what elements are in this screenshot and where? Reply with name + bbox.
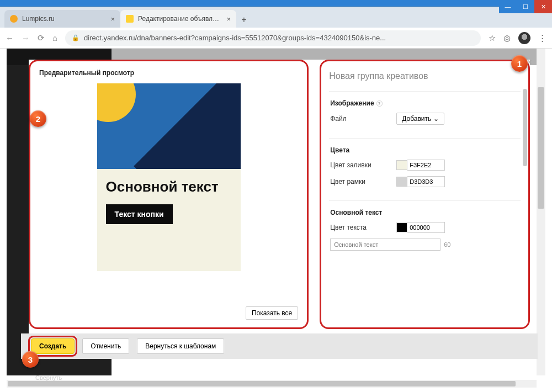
annotation-badge-3: 3 — [22, 351, 39, 368]
window-maximize-button[interactable]: ☐ — [517, 0, 534, 13]
section-image: Изображение ? Файл Добавить ⌄ — [329, 91, 521, 138]
nav-reload-icon[interactable]: ⟳ — [38, 33, 45, 43]
chevron-down-icon: ⌄ — [433, 115, 439, 123]
back-to-templates-button[interactable]: Вернуться к шаблонам — [137, 338, 224, 354]
nav-forward-icon[interactable]: → — [22, 33, 30, 43]
window-titlebar — [0, 0, 552, 7]
nav-home-icon[interactable]: ⌂ — [52, 33, 57, 43]
settings-scroll-thumb[interactable] — [523, 89, 527, 166]
window-close-button[interactable]: ✕ — [534, 0, 552, 13]
page-vertical-scroll-thumb[interactable] — [538, 87, 544, 209]
browser-menu-icon[interactable]: ⋮ — [538, 33, 546, 43]
window-minimize-button[interactable]: — — [499, 0, 517, 13]
banner-sun-shape — [97, 83, 136, 122]
annotation-badge-2: 2 — [30, 110, 46, 127]
extension-icon[interactable]: ◎ — [503, 33, 511, 43]
banner-main-text: Основной текст — [106, 179, 232, 195]
section-main-text: Основной текст Цвет текста 60 — [329, 200, 521, 264]
banner-preview: Основной текст Текст кнопки — [97, 83, 241, 271]
browser-address-bar: ← → ⟳ ⌂ 🔒 direct.yandex.ru/dna/banners-e… — [0, 28, 552, 49]
action-bar: Создать Отменить Вернуться к шаблонам — [21, 333, 538, 359]
char-limit: 60 — [444, 241, 450, 248]
preview-title: Предварительный просмотр — [39, 69, 298, 77]
add-image-label: Добавить — [402, 115, 431, 123]
banner-cta-button: Текст кнопки — [106, 204, 173, 224]
settings-panel: Новая группа креативов Изображение ? Фай… — [320, 60, 530, 329]
fill-color-swatch[interactable] — [396, 160, 407, 170]
create-button[interactable]: Создать — [31, 338, 75, 354]
show-all-button[interactable]: Показать все — [246, 306, 298, 320]
file-label: Файл — [330, 115, 396, 123]
browser-tabstrip: Lumpics.ru × Редактирование объявлений ×… — [0, 7, 552, 28]
tab-title: Редактирование объявлений — [138, 15, 222, 23]
border-color-input[interactable] — [407, 176, 445, 187]
tab-close-icon[interactable]: × — [226, 15, 231, 23]
nav-back-icon[interactable]: ← — [6, 33, 14, 43]
collapse-hint[interactable]: Свернуть — [35, 374, 62, 381]
main-text-input[interactable] — [330, 239, 440, 251]
section-colors-heading: Цвета — [330, 146, 349, 154]
settings-title: Новая группа креативов — [329, 71, 521, 81]
browser-tab-lumpics[interactable]: Lumpics.ru × — [4, 10, 120, 28]
favicon-icon — [10, 15, 18, 23]
section-image-heading: Изображение — [330, 99, 374, 107]
cancel-button[interactable]: Отменить — [82, 338, 129, 354]
creative-editor-modal: × Предварительный просмотр Основной текс… — [29, 60, 530, 359]
profile-avatar[interactable] — [518, 32, 530, 44]
bookmark-star-icon[interactable]: ☆ — [489, 33, 496, 43]
lock-icon: 🔒 — [72, 34, 79, 41]
page-horizontal-scroll-thumb[interactable] — [8, 381, 516, 386]
banner-textbox: Основной текст Текст кнопки — [97, 169, 241, 271]
border-color-label: Цвет рамки — [330, 178, 396, 186]
url-field[interactable]: 🔒 direct.yandex.ru/dna/banners-edit?camp… — [65, 30, 481, 46]
text-color-swatch[interactable] — [396, 223, 407, 232]
annotation-badge-1: 1 — [511, 55, 528, 72]
tab-title: Lumpics.ru — [22, 15, 106, 23]
favicon-icon — [126, 15, 134, 23]
text-color-label: Цвет текста — [330, 224, 396, 231]
help-icon[interactable]: ? — [376, 100, 383, 107]
section-main-text-heading: Основной текст — [330, 209, 382, 216]
add-image-button[interactable]: Добавить ⌄ — [396, 113, 444, 125]
section-colors: Цвета Цвет заливки Цвет рамки — [329, 138, 521, 200]
window-buttons: — ☐ ✕ — [499, 0, 552, 13]
text-color-input[interactable] — [407, 222, 445, 233]
fill-color-label: Цвет заливки — [330, 161, 396, 169]
url-text: direct.yandex.ru/dna/banners-edit?campai… — [84, 34, 386, 42]
browser-tab-editor[interactable]: Редактирование объявлений × — [120, 10, 236, 28]
banner-preview-area: Основной текст Текст кнопки — [39, 83, 298, 302]
tab-close-icon[interactable]: × — [110, 15, 115, 23]
new-tab-button[interactable]: + — [236, 12, 252, 28]
fill-color-input[interactable] — [407, 160, 445, 171]
preview-panel: Предварительный просмотр Основной текст … — [29, 60, 309, 329]
border-color-swatch[interactable] — [396, 177, 407, 187]
